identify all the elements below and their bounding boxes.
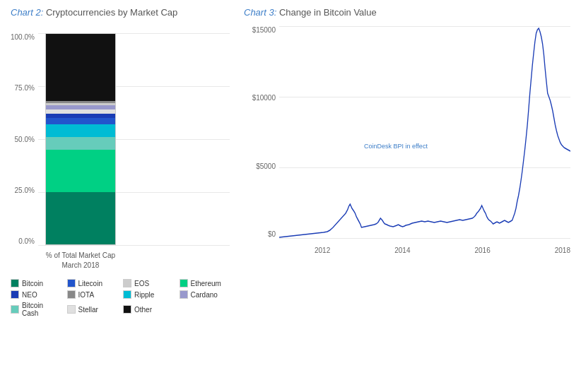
chart3-num: Chart 3:	[244, 7, 276, 18]
line-chart-svg	[279, 26, 570, 238]
legend-swatch-ripple	[123, 290, 131, 299]
legend-swatch-cardano	[180, 290, 188, 299]
bar-y-axis: 100.0% 75.0% 50.0% 25.0% 0.0%	[11, 33, 35, 245]
y-15000: $15000	[252, 26, 276, 34]
legend-label-neo: NEO	[22, 291, 37, 299]
x-2018: 2018	[555, 247, 570, 254]
chart3-panel: Chart 3: Change in Bitcoin Value $15000 …	[230, 7, 570, 385]
y-label-50: 50.0%	[15, 136, 35, 143]
lc-plot-area: CoinDesk BPI in effect	[279, 26, 570, 238]
legend-swatch-ethereum	[180, 279, 188, 287]
legend-label-bitcoin-cash: Bitcoin Cash	[22, 302, 61, 317]
legend-swatch-neo	[11, 290, 19, 299]
x-2016: 2016	[475, 247, 491, 254]
legend-swatch-bitcoin	[11, 279, 19, 287]
line-chart-wrapper: $15000 $10000 $5000 $0 Coin	[244, 26, 570, 295]
legend-item-eos: EOS	[123, 279, 174, 287]
legend-label-iota: IOTA	[78, 291, 95, 299]
bar-container: % of Total Market CapMarch 2018	[45, 33, 116, 271]
y-label-100: 100.0%	[11, 33, 35, 41]
lc-grid-0	[279, 238, 570, 239]
seg-ripple	[46, 124, 115, 137]
legend-item-ripple: Ripple	[123, 290, 174, 299]
y-label-0: 0.0%	[18, 237, 35, 245]
seg-litecoin	[46, 118, 115, 124]
x-2014: 2014	[394, 247, 410, 254]
chart2-legend: Bitcoin Litecoin EOS Ethereum NEO IOTA	[11, 279, 230, 317]
coindesk-label: CoinDesk BPI in effect	[364, 143, 428, 150]
legend-label-stellar: Stellar	[78, 306, 98, 314]
y-0: $0	[268, 230, 276, 238]
y-10000: $10000	[252, 94, 276, 102]
chart2-title: Chart 2: Cryptocurrencies by Market Cap	[11, 7, 230, 18]
seg-bitcoin-cash	[46, 137, 115, 150]
legend-item-stellar: Stellar	[67, 302, 118, 317]
legend-item-bitcoin: Bitcoin	[11, 279, 61, 287]
chart2-desc: Cryptocurrencies by Market Cap	[46, 7, 177, 18]
stacked-bar	[45, 33, 116, 245]
y-label-75: 75.0%	[15, 84, 35, 92]
chart2-num: Chart 2:	[11, 7, 43, 18]
seg-ethereum	[46, 150, 115, 192]
legend-item-neo: NEO	[11, 290, 61, 299]
legend-swatch-eos	[123, 279, 131, 287]
legend-label-bitcoin: Bitcoin	[22, 280, 43, 287]
legend-swatch-bitcoin-cash	[11, 305, 19, 314]
legend-label-ripple: Ripple	[134, 291, 154, 299]
seg-bitcoin	[46, 192, 115, 245]
lc-y-axis: $15000 $10000 $5000 $0	[244, 26, 276, 238]
legend-label-litecoin: Litecoin	[78, 280, 102, 287]
legend-swatch-stellar	[67, 305, 76, 314]
bar-chart-area: 100.0% 75.0% 50.0% 25.0% 0.0%	[11, 26, 230, 266]
bitcoin-price-line	[279, 28, 570, 237]
legend-item-bitcoin-cash: Bitcoin Cash	[11, 302, 61, 317]
lc-x-axis: 2012 2014 2016 2018	[315, 247, 570, 254]
y-label-25: 25.0%	[15, 186, 35, 194]
chart3-title: Chart 3: Change in Bitcoin Value	[244, 7, 570, 18]
x-2012: 2012	[315, 247, 330, 254]
chart2-panel: Chart 2: Cryptocurrencies by Market Cap …	[11, 7, 230, 385]
legend-label-ethereum: Ethereum	[191, 280, 221, 287]
legend-item-iota: IOTA	[67, 290, 118, 299]
legend-swatch-other	[123, 305, 131, 314]
chart3-desc: Change in Bitcoin Value	[279, 7, 377, 18]
legend-item-other: Other	[123, 302, 174, 317]
legend-swatch-iota	[67, 290, 76, 299]
bar-label: % of Total Market CapMarch 2018	[46, 251, 115, 271]
legend-item-cardano: Cardano	[180, 290, 230, 299]
legend-label-other: Other	[134, 306, 152, 314]
seg-other	[46, 34, 115, 101]
y-5000: $5000	[256, 162, 276, 170]
legend-item-litecoin: Litecoin	[67, 279, 118, 287]
legend-swatch-litecoin	[67, 279, 76, 287]
legend-label-cardano: Cardano	[191, 291, 218, 299]
legend-item-ethereum: Ethereum	[180, 279, 230, 287]
legend-label-eos: EOS	[134, 280, 149, 287]
